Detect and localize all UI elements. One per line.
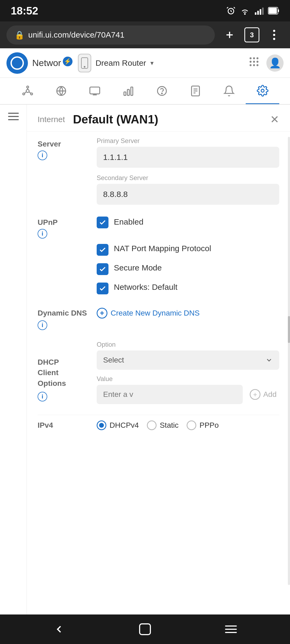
breadcrumb: Internet bbox=[38, 115, 65, 124]
nav-network[interactable] bbox=[44, 78, 78, 104]
recent-apps-icon bbox=[225, 625, 237, 633]
svg-point-12 bbox=[273, 34, 275, 36]
battery-icon bbox=[268, 7, 279, 14]
pppoe-radio[interactable] bbox=[187, 420, 196, 430]
svg-rect-2 bbox=[255, 12, 256, 15]
server-label-col: Server i bbox=[38, 137, 97, 160]
create-ddns-button[interactable]: + Create New Dynamic DNS bbox=[97, 308, 279, 319]
upnp-section: UPnP i Enabled bbox=[38, 215, 279, 294]
dhcpv4-label: DHCPv4 bbox=[110, 421, 139, 430]
secondary-server-label: Secondary Server bbox=[97, 174, 279, 182]
nav-notifications[interactable] bbox=[212, 78, 246, 104]
hamburger-menu[interactable] bbox=[8, 113, 19, 120]
status-bar: 18:52 bbox=[0, 0, 290, 21]
upnp-enabled-checkbox[interactable] bbox=[97, 217, 108, 228]
nav-topology[interactable] bbox=[11, 78, 44, 104]
svg-rect-4 bbox=[260, 9, 261, 15]
svg-point-11 bbox=[273, 30, 275, 32]
server-label: Server bbox=[38, 140, 91, 148]
upnp-info-icon[interactable]: i bbox=[38, 229, 47, 239]
svg-point-13 bbox=[273, 38, 275, 40]
value-input[interactable] bbox=[97, 385, 243, 404]
ipv4-section: IPv4 DHCPv4 Static bbox=[38, 415, 279, 430]
signal-icon bbox=[254, 6, 264, 16]
tab-count[interactable]: 3 bbox=[244, 27, 259, 42]
dhcp-option-select[interactable]: Select bbox=[97, 350, 279, 370]
server-input-col: Primary Server Secondary Server bbox=[97, 137, 279, 205]
nav-settings[interactable] bbox=[246, 78, 279, 104]
scrollbar-track[interactable] bbox=[288, 137, 290, 585]
ipv4-row: IPv4 DHCPv4 Static bbox=[38, 415, 279, 430]
static-radio[interactable] bbox=[147, 420, 157, 430]
wifi-icon bbox=[240, 6, 250, 16]
more-options-button[interactable] bbox=[265, 25, 284, 44]
panel-header: Internet Default (WAN1) ✕ bbox=[27, 105, 290, 132]
value-label: Value bbox=[97, 375, 279, 383]
back-button[interactable] bbox=[48, 619, 70, 640]
nav-devices[interactable] bbox=[78, 78, 111, 104]
svg-point-19 bbox=[250, 61, 252, 63]
nav-logs[interactable] bbox=[179, 78, 212, 104]
add-circle-icon: + bbox=[250, 389, 260, 400]
svg-line-30 bbox=[25, 92, 26, 93]
upnp-label: UPnP bbox=[38, 215, 91, 227]
upnp-enabled-row: Enabled bbox=[97, 215, 279, 228]
panel-title: Default (WAN1) bbox=[73, 113, 270, 126]
sidebar bbox=[0, 105, 27, 614]
svg-point-21 bbox=[256, 61, 258, 63]
svg-point-20 bbox=[253, 61, 255, 63]
logo[interactable] bbox=[6, 52, 28, 74]
ddns-content: + Create New Dynamic DNS bbox=[97, 305, 279, 319]
primary-server-input[interactable] bbox=[97, 147, 279, 168]
svg-point-16 bbox=[250, 57, 252, 59]
device-icon bbox=[78, 54, 91, 72]
notification-badge: ⚡ bbox=[63, 57, 73, 66]
server-section: Server i Primary Server Secondary Server bbox=[38, 137, 279, 205]
close-button[interactable]: ✕ bbox=[270, 113, 279, 126]
ddns-label: Dynamic DNS bbox=[38, 305, 97, 318]
bottom-nav bbox=[0, 614, 290, 644]
url-bar[interactable]: 🔒 unifi.ui.com/device/70A741 bbox=[6, 25, 215, 45]
logo-inner bbox=[10, 56, 24, 70]
svg-rect-37 bbox=[131, 87, 133, 95]
server-info-icon[interactable]: i bbox=[38, 151, 47, 160]
home-button[interactable] bbox=[134, 619, 156, 640]
dhcp-row: DHCPClientOptions i Option Select bbox=[38, 341, 279, 404]
ddns-info-icon[interactable]: i bbox=[38, 320, 47, 330]
svg-rect-34 bbox=[90, 87, 100, 94]
dhcp-info-icon[interactable]: i bbox=[38, 392, 47, 401]
upnp-label-col: UPnP i bbox=[38, 215, 97, 239]
select-value: Select bbox=[103, 356, 124, 364]
svg-point-27 bbox=[23, 93, 24, 95]
ipv4-pppoe-option[interactable]: PPPo bbox=[187, 420, 219, 430]
svg-point-1 bbox=[245, 14, 245, 14]
nat-port-mapping-label: NAT Port Mapping Protocol bbox=[114, 243, 211, 254]
dhcp-section: DHCPClientOptions i Option Select bbox=[38, 341, 279, 404]
ipv4-static-option[interactable]: Static bbox=[147, 420, 179, 430]
secondary-server-input[interactable] bbox=[97, 184, 279, 205]
upnp-row: UPnP i Enabled bbox=[38, 215, 279, 239]
secure-mode-checkbox[interactable] bbox=[97, 263, 108, 275]
add-label: Add bbox=[263, 390, 277, 399]
ipv4-dhcpv4-option[interactable]: DHCPv4 bbox=[97, 420, 139, 430]
nat-port-mapping-checkbox[interactable] bbox=[97, 244, 108, 256]
status-icons bbox=[226, 6, 279, 16]
add-button[interactable]: + Add bbox=[247, 386, 279, 402]
networks-default-checkbox[interactable] bbox=[97, 283, 108, 294]
svg-point-28 bbox=[31, 93, 32, 95]
dhcpv4-radio-dot bbox=[99, 423, 104, 428]
server-row: Server i Primary Server Secondary Server bbox=[38, 137, 279, 205]
secure-mode-label: Secure Mode bbox=[114, 262, 162, 273]
ddns-label-col: Dynamic DNS i bbox=[38, 305, 97, 330]
chevron-down-icon: ▾ bbox=[150, 59, 154, 67]
recent-apps-button[interactable] bbox=[220, 619, 242, 640]
dhcpv4-radio[interactable] bbox=[97, 420, 106, 430]
avatar[interactable]: 👤 bbox=[266, 54, 284, 72]
nav-insights[interactable] bbox=[145, 78, 179, 104]
device-selector[interactable]: Dream Router ▾ bbox=[78, 54, 154, 72]
grid-icon[interactable] bbox=[248, 56, 260, 70]
new-tab-button[interactable] bbox=[220, 25, 239, 44]
ddns-row: Dynamic DNS i + Create New Dynamic DNS bbox=[38, 305, 279, 330]
nav-statistics[interactable] bbox=[111, 78, 145, 104]
primary-server-label: Primary Server bbox=[97, 137, 279, 145]
